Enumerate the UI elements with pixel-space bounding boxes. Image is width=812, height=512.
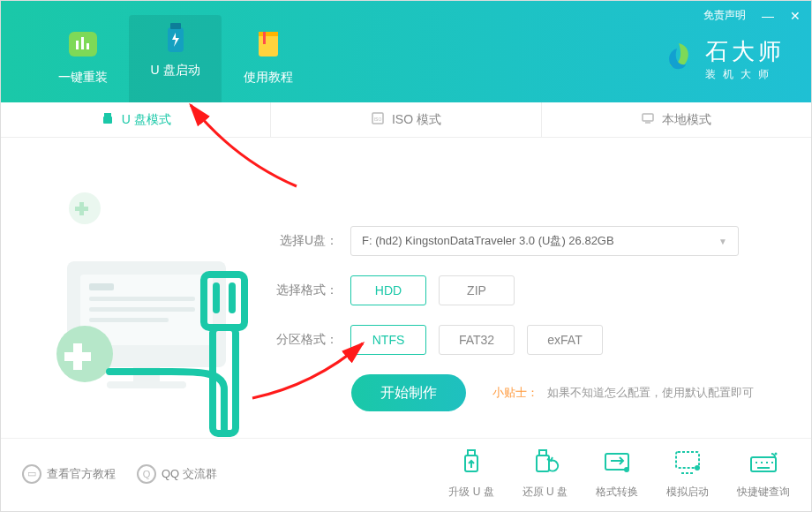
svg-rect-32 — [539, 450, 546, 456]
main-content: 选择U盘： F: (hd2) KingstonDataTraveler 3.0 … — [1, 138, 811, 438]
svg-rect-20 — [89, 307, 195, 312]
usb-bolt-icon — [157, 20, 194, 56]
qq-icon: Q — [137, 464, 156, 484]
book-open-icon: ▭ — [22, 464, 41, 484]
format-label: 选择格式： — [276, 282, 338, 298]
svg-rect-23 — [107, 381, 186, 388]
footer-action-upgrade[interactable]: 升级 U 盘 — [448, 448, 493, 500]
window-controls: 免责声明 — ✕ — [703, 8, 801, 23]
tab-label: U 盘启动 — [151, 63, 200, 79]
brand: 石大师 装机大师 — [661, 36, 785, 82]
app-header: 免责声明 — ✕ 一键重装 U 盘启动 使用教程 石大师 — [1, 1, 811, 102]
mode-tab-label: 本地模式 — [662, 112, 711, 128]
svg-rect-10 — [103, 117, 112, 124]
svg-rect-38 — [751, 457, 776, 471]
usb-illustration — [19, 173, 266, 438]
restore-usb-icon — [530, 448, 560, 479]
play-monitor-icon — [673, 448, 703, 479]
svg-rect-1 — [76, 41, 79, 49]
monitor-icon — [641, 111, 655, 128]
convert-icon — [602, 448, 632, 479]
mode-tab-iso[interactable]: ISO ISO 模式 — [271, 102, 541, 137]
footer-action-restore[interactable]: 还原 U 盘 — [523, 448, 568, 500]
svg-rect-9 — [104, 113, 111, 117]
footer-link-qq[interactable]: Q QQ 交流群 — [137, 464, 217, 484]
tab-tutorial[interactable]: 使用教程 — [222, 20, 314, 102]
svg-text:ISO: ISO — [374, 117, 382, 122]
usb-small-icon — [101, 111, 115, 128]
tip-label: 小贴士： — [492, 385, 538, 401]
tab-label: 一键重装 — [58, 70, 108, 86]
minimize-button[interactable]: — — [762, 10, 774, 22]
footer-action-hotkey[interactable]: 快捷键查询 — [737, 448, 790, 500]
partition-option-exfat[interactable]: exFAT — [527, 325, 603, 355]
start-button[interactable]: 开始制作 — [351, 374, 466, 411]
udisk-label: 选择U盘： — [276, 233, 338, 249]
format-option-zip[interactable]: ZIP — [439, 275, 515, 305]
svg-rect-30 — [468, 450, 475, 456]
svg-rect-7 — [259, 32, 278, 36]
bar-chart-icon — [64, 26, 102, 63]
book-icon — [250, 26, 287, 63]
mode-tab-label: ISO 模式 — [392, 112, 441, 128]
brand-title: 石大师 — [705, 36, 785, 67]
svg-rect-2 — [81, 37, 84, 49]
footer-link-tutorial[interactable]: ▭ 查看官方教程 — [22, 464, 116, 484]
partition-option-fat32[interactable]: FAT32 — [439, 325, 515, 355]
mode-tabs: U 盘模式 ISO ISO 模式 本地模式 — [1, 102, 811, 138]
mode-tab-usb[interactable]: U 盘模式 — [1, 102, 271, 137]
partition-label: 分区格式： — [276, 332, 338, 348]
svg-rect-13 — [643, 114, 653, 121]
svg-rect-19 — [89, 297, 195, 301]
svg-point-39 — [775, 452, 778, 455]
disclaimer-link[interactable]: 免责声明 — [703, 8, 746, 23]
svg-rect-31 — [537, 456, 549, 471]
close-button[interactable]: ✕ — [790, 10, 801, 22]
tip-text: 如果不知道怎么配置，使用默认配置即可 — [547, 385, 754, 401]
mode-tab-label: U 盘模式 — [122, 112, 171, 128]
form-area: 选择U盘： F: (hd2) KingstonDataTraveler 3.0 … — [266, 173, 793, 438]
tab-label: 使用教程 — [244, 70, 293, 86]
footer: ▭ 查看官方教程 Q QQ 交流群 升级 U 盘 还原 U 盘 格式转换 模拟启… — [1, 438, 811, 508]
svg-rect-21 — [89, 318, 169, 322]
format-option-hdd[interactable]: HDD — [350, 275, 426, 305]
svg-rect-8 — [263, 32, 266, 44]
iso-icon: ISO — [371, 111, 385, 128]
mode-tab-local[interactable]: 本地模式 — [542, 102, 811, 137]
svg-rect-5 — [170, 23, 181, 29]
svg-rect-35 — [676, 452, 699, 468]
brand-logo-icon — [661, 40, 696, 79]
svg-rect-18 — [89, 283, 114, 290]
keyboard-icon — [748, 448, 778, 479]
upgrade-usb-icon — [456, 448, 486, 479]
svg-rect-3 — [86, 43, 89, 49]
udisk-select[interactable]: F: (hd2) KingstonDataTraveler 3.0 (U盘) 2… — [350, 226, 739, 256]
footer-action-simulate[interactable]: 模拟启动 — [666, 448, 709, 500]
tab-usb-boot[interactable]: U 盘启动 — [129, 15, 222, 102]
tab-reinstall[interactable]: 一键重装 — [36, 20, 129, 102]
brand-subtitle: 装机大师 — [705, 67, 785, 82]
footer-action-convert[interactable]: 格式转换 — [596, 448, 638, 500]
partition-option-ntfs[interactable]: NTFS — [350, 325, 426, 355]
header-tabs: 一键重装 U 盘启动 使用教程 — [36, 1, 314, 102]
